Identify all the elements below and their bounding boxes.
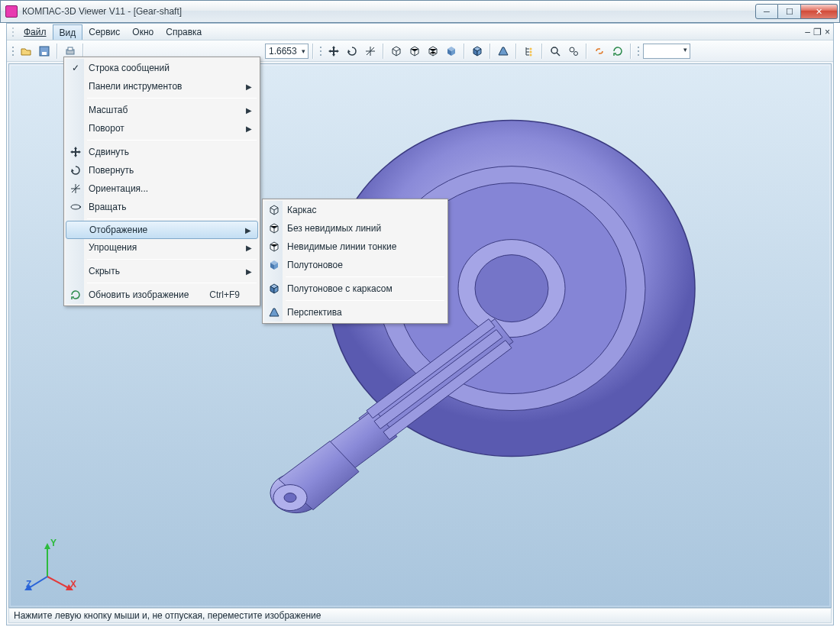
menuitem-orientation[interactable]: Ориентация... [66, 179, 258, 198]
cube-shaded-icon [267, 258, 281, 272]
filter-combo[interactable] [643, 44, 690, 59]
zoom-input[interactable]: 1.6653 [265, 44, 309, 59]
svg-point-10 [320, 47, 321, 48]
link-icon[interactable] [591, 43, 608, 60]
tree-icon[interactable] [521, 43, 538, 60]
orient-icon [69, 182, 82, 196]
check-icon: ✓ [69, 61, 82, 75]
menuitem-spin[interactable]: Вращать [66, 198, 258, 216]
menuitem-move[interactable]: Сдвинуть [66, 143, 258, 161]
minimize-button[interactable]: ─ [755, 4, 778, 19]
menu-service[interactable]: Сервис [82, 24, 126, 40]
window-controls: ─ ☐ ✕ [755, 4, 838, 19]
view-menu: ✓Строка сообщений Панели инструментов▶ М… [63, 57, 260, 306]
save-icon[interactable] [36, 43, 53, 60]
cube-wire-icon [267, 203, 281, 217]
menuitem-toolbars[interactable]: Панели инструментов▶ [66, 77, 258, 95]
open-icon[interactable] [18, 43, 34, 60]
menuitem-simplify[interactable]: Упрощения▶ [66, 238, 258, 257]
mdi-minimize-icon[interactable]: – [805, 27, 810, 37]
submenuitem-shaded[interactable]: Полутоновое [264, 256, 446, 274]
toolbar-grip-3[interactable] [635, 44, 641, 59]
status-text: Нажмите левую кнопку мыши и, не отпуская… [14, 610, 321, 621]
svg-marker-38 [518, 455, 533, 470]
submenuitem-shaded-edge[interactable]: Полутоновое с каркасом [264, 280, 446, 298]
spin-icon [69, 200, 82, 214]
svg-point-14 [529, 50, 531, 53]
menuitem-rotate[interactable]: Повернуть [66, 161, 258, 179]
menubar: Файл Вид Сервис Окно Справка – ❐ × [7, 24, 833, 40]
mdi-restore-icon[interactable]: ❐ [813, 27, 822, 37]
svg-point-1 [12, 31, 14, 33]
svg-point-2 [12, 35, 14, 37]
move-icon [69, 145, 82, 159]
cube-shaded-edge-icon [267, 282, 281, 296]
svg-point-20 [638, 50, 639, 52]
svg-rect-7 [42, 52, 47, 55]
svg-marker-60 [518, 106, 533, 121]
menuitem-refresh[interactable]: Обновить изображениеCtrl+F9 [66, 286, 258, 304]
menuitem-scale[interactable]: Масштаб▶ [66, 101, 258, 119]
submenuitem-wireframe[interactable]: Каркас [264, 201, 446, 219]
svg-point-15 [529, 53, 531, 56]
svg-marker-28 [695, 281, 709, 295]
submenuitem-perspective[interactable]: Перспектива [264, 303, 446, 322]
svg-point-11 [320, 50, 321, 52]
svg-point-88 [71, 205, 80, 209]
menuitem-hide[interactable]: Скрыть▶ [66, 262, 258, 280]
statusbar: Нажмите левую кнопку мыши и, не отпуская… [8, 608, 832, 623]
menu-file[interactable]: Файл [18, 24, 53, 40]
submenuitem-thinhidden[interactable]: Невидимые линии тонкие [264, 238, 446, 256]
close-button[interactable]: ✕ [801, 4, 838, 19]
menu-window[interactable]: Окно [126, 24, 160, 40]
cube-shaded-icon[interactable] [443, 43, 460, 60]
cube-nohidden-icon[interactable] [406, 43, 423, 60]
svg-text:Z: Z [26, 579, 31, 590]
svg-point-27 [475, 254, 548, 322]
titlebar: КОМПАС-3D Viewer V11 - [Gear-shaft] ─ ☐ … [0, 0, 840, 23]
display-submenu: Каркас Без невидимых линий Невидимые лин… [262, 199, 448, 324]
maximize-button[interactable]: ☐ [778, 4, 801, 19]
svg-marker-80 [44, 543, 50, 549]
svg-point-21 [638, 54, 639, 56]
rotate-icon [69, 163, 82, 177]
refresh-icon [69, 288, 82, 302]
menuitem-rotate-sub[interactable]: Поворот▶ [66, 119, 258, 137]
cube-thinhidden-icon [267, 240, 281, 254]
menu-help[interactable]: Справка [160, 24, 208, 40]
search-icon[interactable] [547, 43, 564, 60]
svg-text:Y: Y [50, 538, 57, 548]
mdi-controls: – ❐ × [805, 24, 833, 40]
orient-icon[interactable] [362, 43, 379, 60]
svg-point-12 [320, 54, 321, 56]
svg-line-81 [47, 577, 70, 589]
perspective-icon [267, 305, 281, 319]
mdi-close-icon[interactable]: × [825, 27, 830, 37]
menu-view[interactable]: Вид [53, 24, 83, 40]
perspective-icon[interactable] [495, 43, 512, 60]
cube-thinhidden-icon[interactable] [425, 43, 441, 60]
svg-point-17 [570, 47, 574, 52]
move-icon[interactable] [325, 43, 342, 60]
refresh-icon[interactable] [609, 43, 626, 60]
cube-shaded-edge-icon[interactable] [469, 43, 486, 60]
submenuitem-nohidden[interactable]: Без невидимых линий [264, 219, 446, 238]
svg-point-5 [12, 54, 14, 56]
rotate-icon[interactable] [344, 43, 360, 60]
svg-point-18 [573, 51, 577, 55]
gears-icon[interactable] [565, 43, 582, 60]
toolbar-grip-2[interactable] [318, 44, 324, 59]
svg-point-13 [529, 47, 531, 50]
menuitem-statusbar[interactable]: ✓Строка сообщений [66, 59, 258, 77]
svg-text:X: X [70, 579, 76, 590]
toolbar-grip[interactable] [10, 44, 16, 59]
svg-point-0 [12, 27, 14, 29]
menuitem-display[interactable]: Отображение▶ [66, 221, 258, 239]
svg-point-16 [551, 47, 557, 53]
cube-nohidden-icon [267, 221, 281, 235]
svg-marker-39 [490, 455, 506, 470]
menubar-grip[interactable] [10, 24, 18, 40]
window-title: КОМПАС-3D Viewer V11 - [Gear-shaft] [22, 6, 755, 17]
cube-wire-icon[interactable] [388, 43, 405, 60]
app-icon [5, 5, 18, 18]
